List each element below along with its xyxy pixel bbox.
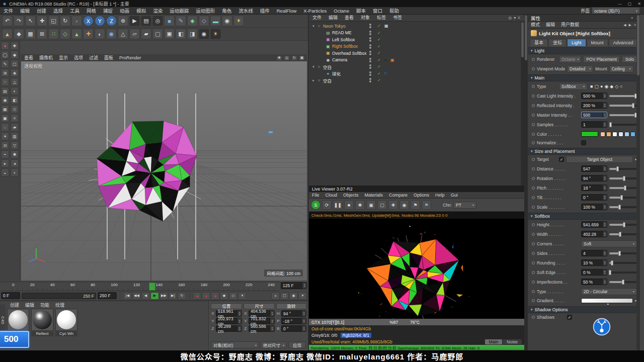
stepper-icon[interactable]: ▴▾: [602, 222, 607, 227]
interface-dropdown[interactable]: octane (用户)▾: [592, 7, 640, 14]
redo-icon[interactable]: ↷: [14, 16, 24, 26]
light-color-swatch[interactable]: [581, 131, 598, 137]
anim-toggle-icon[interactable]: [532, 85, 535, 88]
rotate-tool-icon[interactable]: ↻: [60, 16, 70, 26]
scale-tool-icon[interactable]: ◱: [48, 16, 59, 26]
size-z-field[interactable]: 560.586 cm▴▾: [249, 325, 275, 332]
visibility-dots-icon[interactable]: [369, 58, 371, 62]
attribute-tab[interactable]: Light: [567, 39, 586, 46]
points-mode-icon[interactable]: ∷: [48, 29, 59, 39]
viewport-mode-dropdown[interactable]: Detailed▾: [567, 65, 593, 72]
record-keyframe-button[interactable]: ●: [193, 292, 201, 300]
attribute-slider[interactable]: [609, 224, 637, 226]
attribute-menu-item[interactable]: 模式: [528, 21, 543, 29]
stepper-icon[interactable]: ▴▾: [602, 175, 607, 181]
palette-tool-icon[interactable]: ✱: [11, 150, 19, 158]
palette-tool-icon[interactable]: ✦: [1, 132, 9, 140]
add-spline-icon[interactable]: ✎: [176, 16, 186, 26]
softbox-shape-icon[interactable]: ■: [590, 84, 593, 89]
visibility-dots-icon[interactable]: [369, 78, 371, 82]
menu-item[interactable]: 编辑: [17, 7, 33, 15]
viewport-canvas[interactable]: 透视视图 网格间距: 100 cm: [21, 61, 307, 281]
menu-item[interactable]: 窗口: [369, 7, 386, 15]
viewport-camera-icon[interactable]: ◉: [199, 29, 209, 39]
render-view[interactable]: [309, 219, 524, 319]
pick-focus-icon[interactable]: ✚: [388, 200, 398, 210]
object-row[interactable]: ▸ ○ 空白 ✓: [309, 77, 521, 84]
palette-tool-icon[interactable]: ▦: [1, 105, 9, 113]
color-swatch[interactable]: [612, 132, 617, 137]
attribute-value-field[interactable]: 500▴▾: [581, 112, 607, 118]
attribute-value-field[interactable]: 541.659▴▾: [581, 221, 607, 228]
attribute-slider[interactable]: [609, 206, 637, 208]
softbox-shape-icon[interactable]: ○: [620, 84, 622, 89]
object-label[interactable]: Left Softbox: [331, 37, 355, 42]
texture-mode-icon[interactable]: ▦: [25, 29, 36, 39]
normalize-checkbox[interactable]: [581, 140, 586, 145]
quantize-icon[interactable]: △: [118, 29, 128, 39]
color-swatch[interactable]: [606, 132, 611, 137]
object-row[interactable]: ▣ Left Softbox ✓: [309, 36, 521, 43]
viewport-menu-item[interactable]: 查看: [21, 54, 36, 62]
menu-item[interactable]: 插件: [257, 7, 273, 15]
material-item[interactable]: Reflect: [31, 309, 53, 336]
object-label[interactable]: 球化: [331, 70, 341, 76]
viewport-light-icon[interactable]: ☀: [210, 29, 221, 39]
stepper-icon[interactable]: ▴▾: [602, 269, 607, 275]
anim-toggle-icon[interactable]: [532, 242, 535, 245]
palette-tool-icon[interactable]: ∷: [1, 78, 9, 86]
menu-item[interactable]: 创建: [33, 7, 50, 15]
add-generator-icon[interactable]: ◈: [187, 16, 198, 26]
stepper-icon[interactable]: ▴▾: [602, 166, 607, 171]
attribute-slider[interactable]: [609, 233, 637, 235]
menu-item[interactable]: RealFlow: [273, 7, 300, 15]
panel-menu-icon[interactable]: ≡: [631, 16, 633, 20]
target-checkbox[interactable]: ✓: [559, 157, 564, 162]
live-viewer-menu-item[interactable]: Help: [432, 192, 448, 199]
palette-tool-icon[interactable]: ◆: [11, 51, 19, 59]
zoom-view-icon[interactable]: ◎: [284, 55, 290, 61]
viewport-menu-item[interactable]: 过滤: [86, 54, 101, 62]
object-row[interactable]: ▣ Right Softbox ✓: [309, 43, 521, 50]
rotation-h-field[interactable]: 94 °▴▾: [281, 310, 306, 317]
attribute-tab[interactable]: 坐标: [548, 39, 567, 46]
anim-toggle-icon[interactable]: [532, 196, 535, 199]
palette-tool-icon[interactable]: ⊞: [1, 69, 9, 77]
palette-tool-icon[interactable]: ◉: [1, 96, 9, 104]
object-menu-item[interactable]: 对象: [357, 14, 373, 22]
palette-tool-icon[interactable]: ◯: [1, 51, 9, 59]
keyframe-mode-icon[interactable]: ◉: [289, 292, 298, 300]
stepper-icon[interactable]: ▴▾: [602, 122, 607, 127]
lock-resolution-icon[interactable]: ▣: [366, 200, 376, 210]
menu-item[interactable]: 动画: [116, 7, 133, 15]
previous-key-button[interactable]: ◀◀: [132, 292, 141, 300]
live-viewer-menu-item[interactable]: Cloud: [323, 192, 341, 199]
hud-icon[interactable]: ▢: [280, 292, 289, 300]
pick-material-icon[interactable]: ◉: [399, 200, 409, 210]
timeline-ruler[interactable]: 020406080100120140160180200220240: [0, 282, 280, 291]
add-deformer-icon[interactable]: ◇: [199, 16, 209, 26]
stepper-icon[interactable]: ▴▾: [602, 185, 607, 191]
frame-range-slider[interactable]: 250 F: [22, 293, 96, 299]
attribute-value-field[interactable]: 50 %▴▾: [581, 279, 607, 285]
lock-y-axis-icon[interactable]: Y: [95, 16, 105, 26]
palette-tool-icon[interactable]: ◓: [1, 150, 9, 158]
workplane-mode-icon[interactable]: ⊞: [37, 29, 47, 39]
stepper-icon[interactable]: ▴▾: [602, 195, 607, 200]
material-thumbnail[interactable]: [55, 309, 77, 331]
visibility-dots-icon[interactable]: [369, 24, 371, 28]
palette-tool-icon[interactable]: ▢: [11, 60, 19, 68]
previous-frame-button[interactable]: ◀: [141, 292, 150, 300]
attribute-slider[interactable]: [609, 168, 637, 170]
locked-workplane-icon[interactable]: ▰: [141, 29, 151, 39]
anim-toggle-icon[interactable]: [532, 177, 535, 180]
filter-icon[interactable]: ▾: [514, 16, 516, 20]
enabled-check-icon[interactable]: ✓: [377, 64, 381, 69]
object-row[interactable]: ▾ ◌ Neon Tokyo ✓ ▦: [309, 23, 521, 30]
stepper-icon[interactable]: ▴▾: [602, 204, 607, 210]
live-viewer-menu-item[interactable]: Gui: [448, 192, 461, 199]
material-menu-item[interactable]: 功能: [37, 302, 52, 309]
material-menu-item[interactable]: 编辑: [22, 302, 37, 309]
autokey-button[interactable]: ◆: [220, 292, 228, 300]
softbox-shape-icon[interactable]: ◉: [604, 84, 608, 89]
